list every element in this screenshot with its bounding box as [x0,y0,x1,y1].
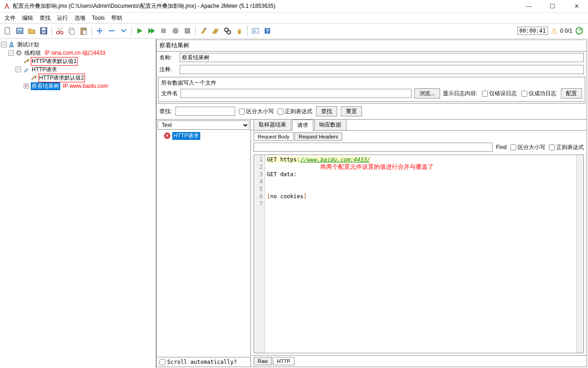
stop-alt-icon[interactable] [181,25,193,37]
tree-toggle-icon[interactable]: − [1,42,6,47]
name-input[interactable] [180,53,584,62]
svg-rect-12 [83,30,86,34]
close-button[interactable]: ✕ [569,3,584,10]
result-area: Text ✕ HTTP请求 Scroll automatically? 取样器结… [157,120,587,367]
tree-toggle-icon[interactable]: − [8,50,14,56]
tree-root[interactable]: − 测试计划 [1,40,155,49]
name-label: 名称: [159,54,177,62]
tree-panel[interactable]: − 测试计划 − 线程组 IP sina.com.cn 端口4433 HTTP请… [0,39,156,368]
url-link[interactable]: //www.baidu.com:4433/ [300,156,370,163]
function-icon[interactable] [249,25,261,37]
menu-help[interactable]: 帮助 [108,13,125,23]
menu-edit[interactable]: 编辑 [19,13,36,23]
raw-tab[interactable]: Raw [254,357,272,365]
tree-httpdef1[interactable]: HTTP请求默认值1 [1,57,155,65]
svg-point-18 [227,30,231,34]
svg-rect-1 [17,28,23,34]
filename-input[interactable] [181,89,412,98]
svg-rect-9 [70,29,74,34]
panel-title: 察看结果树 [157,40,587,52]
help-icon[interactable]: ? [261,25,273,37]
new-icon[interactable] [2,25,14,37]
raw-http-bar: Raw HTTP [251,355,587,367]
reset-search-icon[interactable] [233,25,245,37]
search-tool-icon[interactable] [221,25,233,37]
toggle-icon[interactable] [118,25,130,37]
code-content[interactable]: GET https://www.baidu.com:4433/ GET data… [265,155,576,353]
comment-input[interactable] [180,65,584,74]
paste-icon[interactable] [78,25,90,37]
code-annotation: 将两个配置元件设置的值进行合并与覆盖了 [320,163,434,171]
result-tree[interactable]: ✕ HTTP请求 [157,131,250,357]
menubar: 文件 编辑 查找 运行 选项 Tools 帮助 [0,13,588,23]
tree-httpreq[interactable]: − HTTP请求 [1,65,155,74]
case-checkbox[interactable]: 区分大小写 [239,108,274,115]
clear-icon[interactable] [198,25,209,37]
svg-point-25 [18,52,20,54]
find-case-checkbox[interactable]: 区分大小写 [510,144,545,151]
http-tab[interactable]: HTTP [273,357,294,365]
start-notimers-icon[interactable] [146,25,158,37]
templates-icon[interactable] [14,25,26,37]
code-area[interactable]: 1234567 GET https://www.baidu.com:4433/ … [254,155,584,353]
tree-label: 察看结果树 [31,82,60,90]
menu-search[interactable]: 查找 [37,13,53,23]
tree-label: 测试计划 [16,41,40,49]
titlebar: 配置元件叠加影响.jmx (C:\Users\Admin\Documents\配… [0,0,588,13]
menu-options[interactable]: 选项 [72,13,88,23]
tree-threadgroup[interactable]: − 线程组 IP sina.com.cn 端口4433 [1,49,155,57]
flask-icon [8,41,15,48]
find-button[interactable]: Find [496,144,507,150]
shutdown-icon[interactable] [170,25,181,37]
renderer-select[interactable]: Text [158,121,249,130]
configure-button[interactable]: 配置 [561,88,582,98]
tab-sampler[interactable]: 取样器结果 [254,120,291,130]
subtab-body[interactable]: Request Body [254,132,294,141]
menu-file[interactable]: 文件 [2,13,18,23]
tree-toggle-icon[interactable]: − [16,67,21,72]
svg-rect-2 [17,29,22,30]
start-icon[interactable] [134,25,146,37]
reset-button[interactable]: 重置 [341,106,362,116]
expand-icon[interactable] [94,25,106,37]
result-right: 取样器结果 请求 响应数据 Request Body Request Heade… [251,120,587,367]
thread-count: 0 0/1 [560,28,572,34]
scroll-bar-row: Scroll automatically? [157,357,250,367]
open-icon[interactable] [26,25,38,37]
only-success-checkbox[interactable]: 仅成功日志 [521,90,556,98]
maximize-button[interactable]: ☐ [545,3,560,10]
tab-request[interactable]: 请求 [292,120,313,131]
find-regex-checkbox[interactable]: 正则表达式 [549,144,584,151]
cut-icon[interactable] [54,25,66,37]
minimize-button[interactable]: ― [521,3,537,10]
menu-run[interactable]: 运行 [54,13,71,23]
subtab-headers[interactable]: Request Headers [294,132,342,141]
regex-checkbox[interactable]: 正则表达式 [277,108,312,115]
menu-tools[interactable]: Tools [89,14,107,22]
search-input[interactable] [175,107,235,116]
collapse-icon[interactable] [106,25,118,37]
result-item[interactable]: ✕ HTTP请求 [158,132,249,140]
warning-icon[interactable]: ⚠ [551,27,557,35]
tab-response[interactable]: 响应数据 [314,120,346,130]
gauge-icon[interactable] [575,27,583,35]
wrench-icon [23,58,29,64]
save-icon[interactable] [38,25,50,37]
tree-viewtree[interactable]: 察看结果树 IP www.baidu.com [1,82,155,90]
clear-all-icon[interactable] [209,25,221,37]
tree-httpdef2[interactable]: HTTP请求默认值2 [1,74,155,82]
find-input[interactable] [254,143,492,152]
right-panel: 察看结果树 名称: 注释: 所有数据写入一个文件 文件名 浏览... 显示日志内… [156,40,587,367]
search-button[interactable]: 查找 [316,106,337,116]
svg-rect-11 [82,28,85,29]
svg-rect-14 [173,29,178,33]
only-errors-checkbox[interactable]: 仅错误日志 [482,90,517,98]
browse-button[interactable]: 浏览... [414,88,440,98]
main-area: − 测试计划 − 线程组 IP sina.com.cn 端口4433 HTTP请… [0,39,588,368]
stop-icon[interactable] [158,25,170,37]
search-bar: 查找: 区分大小写 正则表达式 查找 重置 [157,103,587,120]
timer-display: 00:00:41 [517,27,548,35]
copy-icon[interactable] [66,25,78,37]
scrollbar-vertical[interactable] [576,155,583,353]
scroll-auto-checkbox[interactable]: Scroll automatically? [159,359,237,365]
